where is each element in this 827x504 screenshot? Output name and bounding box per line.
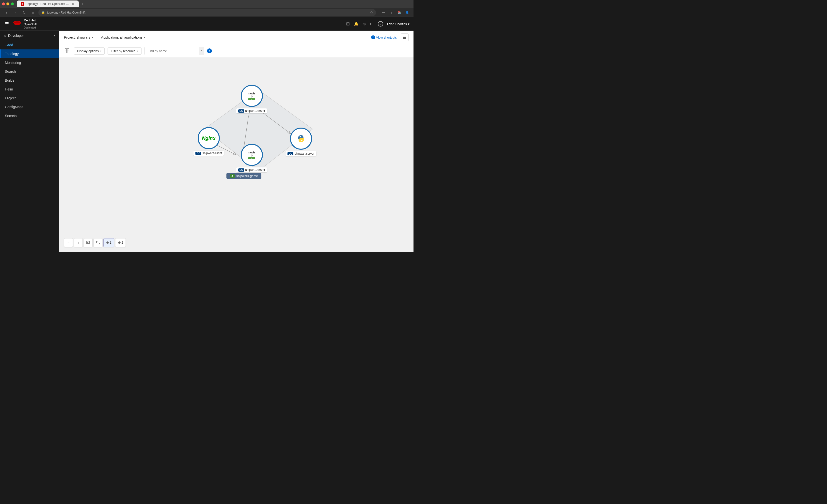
sidebar-item-project-label: Project	[5, 96, 16, 100]
main-content: Project: shipwars ▾ Application: all app…	[59, 31, 414, 252]
zoom-in-icon: +	[77, 241, 79, 245]
svg-point-19	[299, 136, 301, 137]
bell-icon[interactable]: 🔔	[354, 22, 358, 26]
node-left-label: DC shipwars-client	[193, 151, 224, 156]
fit-to-screen-button[interactable]	[84, 238, 93, 247]
reset-view-icon	[96, 241, 100, 245]
extensions-button[interactable]: ⋯	[380, 9, 387, 16]
sidebar-item-configmaps[interactable]: ConfigMaps	[0, 103, 59, 111]
svg-rect-3	[403, 36, 406, 37]
node-center-external-link-icon: ↗	[259, 145, 261, 149]
node-center[interactable]: ↗ node .js ▼ DC shipwa...server	[236, 144, 267, 172]
zoom-out-button[interactable]: −	[64, 238, 73, 247]
browser-tab-active[interactable]: T Topology · Red Hat OpenShift … ✕	[17, 0, 79, 7]
topology-canvas[interactable]: A shipwars-game node .js ▼ DC shipwa...s…	[59, 58, 414, 252]
traffic-light-minimize[interactable]	[6, 2, 9, 5]
url-bar[interactable]: 🔒 topology · Red Hat OpenShift ☆	[38, 9, 376, 16]
reset-view-button[interactable]	[94, 238, 102, 247]
book-icon[interactable]	[63, 47, 71, 55]
bookmarks-icon[interactable]: 📚	[396, 9, 403, 16]
grid-icon[interactable]: ⊞	[346, 21, 350, 26]
zoom-in-button[interactable]: +	[74, 238, 83, 247]
new-tab-button[interactable]: +	[80, 1, 86, 7]
sidebar-item-project[interactable]: Project	[0, 94, 59, 103]
redhat-logo: Red Hat OpenShift Dedicated	[13, 18, 37, 29]
node-right[interactable]: DC shipwa...server	[286, 128, 316, 156]
bookmark-icon[interactable]: ☆	[370, 11, 373, 14]
reload-button[interactable]: ↻	[21, 9, 28, 16]
display-options-button[interactable]: Display options ▾	[74, 48, 105, 55]
svg-point-26	[119, 242, 119, 243]
app-dropdown[interactable]: Application: all applications ▾	[101, 36, 145, 39]
sidebar-item-helm[interactable]: Helm	[0, 85, 59, 94]
node-top[interactable]: node .js ▼ DC shipwa...server	[236, 85, 267, 113]
tab-close-button[interactable]: ✕	[71, 2, 75, 6]
node-center-dc-badge: DC	[238, 168, 244, 172]
download-icon[interactable]: ↓	[388, 9, 395, 16]
help-icon[interactable]: ?	[378, 21, 383, 26]
sidebar-item-secrets[interactable]: Secrets	[0, 111, 59, 120]
search-box: /	[144, 47, 204, 55]
info-circle-icon: i	[371, 36, 375, 39]
sidebar-section-label: Developer	[8, 34, 24, 38]
back-button[interactable]: ‹	[3, 9, 10, 16]
node-right-name: shipwa...server	[294, 152, 314, 155]
user-profile-icon[interactable]: 👤	[404, 9, 410, 16]
group2-button[interactable]: 2	[115, 238, 126, 247]
node-right-label: DC shipwa...server	[286, 151, 316, 156]
group1-icon	[106, 241, 109, 244]
node-left[interactable]: ↗ Nginx DC shipwars-client	[193, 127, 224, 156]
forward-button[interactable]: ›	[12, 9, 19, 16]
sidebar-item-search[interactable]: Search	[0, 67, 59, 76]
search-kbd: /	[199, 47, 204, 55]
svg-point-24	[107, 242, 108, 243]
traffic-light-close[interactable]	[2, 2, 5, 5]
search-kbd-label: /	[201, 49, 202, 52]
node-center-name: shipwa...server	[245, 168, 265, 172]
group2-icon	[118, 241, 121, 244]
developer-icon: ◇	[4, 34, 6, 37]
view-shortcuts-link[interactable]: i View shortcuts	[371, 36, 397, 39]
sidebar-item-monitoring[interactable]: Monitoring	[0, 58, 59, 67]
node-left-external-link-icon: ↗	[216, 128, 218, 132]
book-svg-icon	[64, 48, 70, 54]
svg-point-20	[301, 140, 302, 142]
sidebar-section-chevron: ▾	[54, 35, 55, 37]
sidebar-item-add[interactable]: +Add	[0, 41, 59, 49]
project-dropdown[interactable]: Project: shipwars ▾	[64, 36, 93, 39]
sidebar-item-topology[interactable]: Topology	[0, 49, 59, 58]
info-button[interactable]: i	[207, 48, 212, 53]
tab-favicon: T	[21, 2, 24, 6]
sidebar-item-topology-label: Topology	[5, 52, 19, 56]
home-button[interactable]: ⌂	[30, 9, 37, 16]
group1-button[interactable]: 1	[103, 238, 114, 247]
sidebar-item-add-label: +Add	[5, 43, 13, 47]
hamburger-menu[interactable]: ☰	[4, 20, 10, 27]
search-input[interactable]	[145, 49, 199, 53]
svg-rect-22	[87, 242, 89, 243]
nodejs-logo-top: node .js ▼	[248, 92, 255, 100]
user-menu[interactable]: Evan Shortiss ▾	[387, 22, 409, 26]
app-group-label-container: A shipwars-game	[227, 173, 261, 179]
sidebar-item-builds[interactable]: Builds	[0, 76, 59, 85]
node-top-dc-badge: DC	[238, 109, 244, 113]
url-lock-icon: 🔒	[41, 11, 45, 14]
filter-by-resource-button[interactable]: Filter by resource ▾	[107, 48, 141, 55]
filter-chevron: ▾	[137, 50, 138, 52]
sidebar-section-developer[interactable]: ◇ Developer ▾	[0, 31, 59, 41]
nginx-logo: Nginx	[202, 135, 215, 141]
app-group-name: shipwars-game	[236, 174, 258, 178]
traffic-light-fullscreen[interactable]	[11, 2, 14, 5]
terminal-icon[interactable]: >_	[370, 22, 374, 26]
filter-by-resource-label: Filter by resource	[111, 49, 135, 53]
plus-circle-icon[interactable]: ⊕	[362, 22, 366, 26]
group2-label: 2	[121, 241, 123, 244]
brand-name: Red Hat	[23, 18, 37, 22]
svg-rect-6	[65, 49, 67, 53]
list-view-button[interactable]	[401, 34, 408, 41]
node-left-name: shipwars-client	[202, 152, 222, 155]
display-options-chevron: ▾	[100, 50, 101, 52]
node-left-circle: ↗ Nginx	[198, 127, 220, 149]
project-label: Project: shipwars	[64, 36, 90, 39]
svg-point-2	[14, 23, 21, 25]
